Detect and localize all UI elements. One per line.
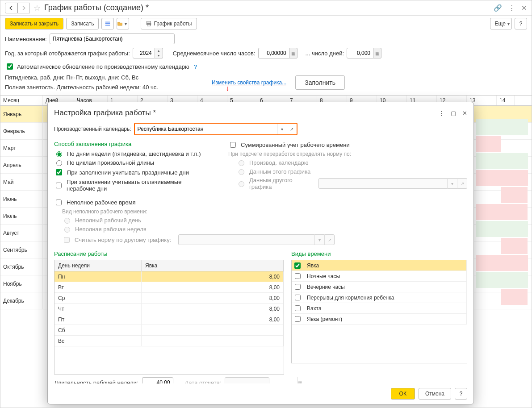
window-title: График работы (создание) * [44,3,494,12]
auto-update-checkbox-wrap[interactable]: Автоматическое обновление по производств… [5,62,189,71]
month-aug: Август [0,225,43,241]
radio-prod-calendar-label: Производ. календарю [249,159,309,166]
time-type-row[interactable]: Вечерние часы [292,282,467,292]
schedule-row[interactable]: Чт 8,00 [54,304,284,314]
schedule-title: Расписание работы [54,250,284,257]
save-button[interactable]: Записать [66,18,99,29]
nav-back-button[interactable] [5,3,17,13]
col-day-of-week: День недели [54,260,142,271]
modal-maximize-icon[interactable]: ▢ [451,110,456,117]
auto-update-help-icon[interactable]: ? [194,63,197,70]
time-type-check[interactable] [295,295,301,300]
month-dec: Декабрь [0,292,43,309]
calendar-open-icon[interactable]: ↗ [287,124,297,134]
month-may: Май [0,174,43,190]
time-type-check[interactable] [295,305,301,311]
month-nov: Ноябрь [0,275,43,292]
print-schedule-button[interactable]: График работы [141,18,197,29]
schedule-row[interactable]: Вс [54,336,284,346]
time-type-check[interactable] [294,262,301,269]
check-paid-nonwork[interactable] [56,183,62,188]
week-length-input[interactable] [142,377,173,383]
avg-hours-input[interactable] [258,48,289,58]
days-input[interactable] [347,48,373,58]
fill-method-title: Способ заполнения графика [54,141,210,147]
month-mar: Март [0,140,43,156]
time-type-check[interactable] [295,316,301,322]
help-button[interactable]: ? [515,18,527,29]
time-type-check[interactable] [295,273,301,279]
col-attendance: Явка [142,260,284,271]
schedule-row[interactable]: Сб [54,325,284,336]
production-calendar-input[interactable] [135,124,277,134]
arrow-right-icon [21,5,27,11]
production-calendar-combo[interactable]: ▾ ↗ [134,123,297,135]
check-other-norm [64,237,70,243]
change-schedule-props-link[interactable]: Изменить свойства графика... [212,79,286,86]
modal-menu-icon[interactable]: ⋮ [439,110,444,117]
radio-by-week[interactable] [56,151,62,157]
col-month: Месяц [0,96,43,105]
radio-by-cycle[interactable] [56,160,62,166]
radio-part-week-label: Неполная рабочая неделя [75,226,147,233]
name-input[interactable] [50,33,175,44]
year-spinner[interactable]: ▲▼ [155,48,163,58]
schedule-row[interactable]: Вт 8,00 [54,282,284,293]
month-jul: Июль [0,208,43,224]
time-type-row[interactable]: Явка [292,260,467,271]
other-schedule-dropdown-icon: ▾ [447,178,457,189]
check-parttime-label: Неполное рабочее время [67,199,135,206]
modal-close-icon[interactable]: ✕ [462,110,467,117]
time-type-check[interactable] [295,284,301,290]
link-icon[interactable]: 🔗 [494,4,502,12]
svg-rect-3 [147,21,151,23]
time-type-row[interactable]: Перерывы для кормления ребенка [292,292,467,303]
check-parttime[interactable] [56,200,62,205]
radio-other-schedule-label: Данным другого графика [249,177,311,190]
time-type-row[interactable]: Явка (ремонт) [292,314,467,325]
start-date-input-wrap: ▦ [225,377,269,383]
year-input[interactable] [133,48,155,58]
save-and-close-button[interactable]: Записать и закрыть [5,18,63,29]
cancel-button[interactable]: Отмена [419,388,451,400]
other-schedule-input [319,180,447,187]
titlebar: ☆ График работы (создание) * 🔗 ⋮ ✕ [0,0,532,16]
close-window-icon[interactable]: ✕ [521,4,527,12]
print-schedule-label: График работы [154,21,192,27]
nav-forward-button[interactable] [17,3,30,13]
schedule-row[interactable]: Пн 8,00 [54,271,284,282]
check-summarized-label: Суммированный учет рабочего времени [241,142,350,148]
modal-help-button[interactable]: ? [455,388,467,400]
kebab-menu-icon[interactable]: ⋮ [508,4,515,12]
other-norm-input [179,237,314,243]
calendar-dropdown-icon[interactable]: ▾ [277,124,287,134]
check-other-norm-label: Считать норму по другому графику: [75,237,171,243]
ok-button[interactable]: ОК [391,388,415,400]
other-schedule-combo: ▾ ↗ [318,178,467,189]
other-norm-open-icon: ↗ [324,234,334,245]
auto-update-label: Автоматическое обновление по производств… [17,63,189,70]
check-summarized[interactable] [230,142,236,148]
fill-button[interactable]: Заполнить [295,75,345,90]
modal-title: Настройка графика работы * [54,108,439,117]
time-type-row[interactable]: Ночные часы [292,271,467,282]
schedule-row[interactable]: Ср 8,00 [54,293,284,304]
check-holidays[interactable] [56,169,62,175]
list-icon [105,21,111,27]
more-button[interactable]: Еще [490,18,512,29]
attachments-button[interactable] [117,18,129,29]
schedule-table: День недели Явка Пн 8,00 Вт 8,00 [54,260,284,375]
time-types-title: Виды времени [291,250,467,257]
schedule-row[interactable]: Пт 8,00 [54,314,284,325]
svg-rect-2 [105,25,110,26]
list-view-button[interactable] [101,18,114,29]
month-jun: Июнь [0,191,43,207]
radio-part-day-label: Неполный рабочий день [75,217,141,224]
start-date-input [225,379,297,383]
favorite-star-icon[interactable]: ☆ [34,3,41,13]
svg-rect-1 [105,23,110,24]
auto-update-checkbox[interactable] [7,63,13,70]
month-oct: Октябрь [0,258,43,275]
time-type-row[interactable]: Вахта [292,303,467,314]
month-feb: Февраль [0,123,43,139]
